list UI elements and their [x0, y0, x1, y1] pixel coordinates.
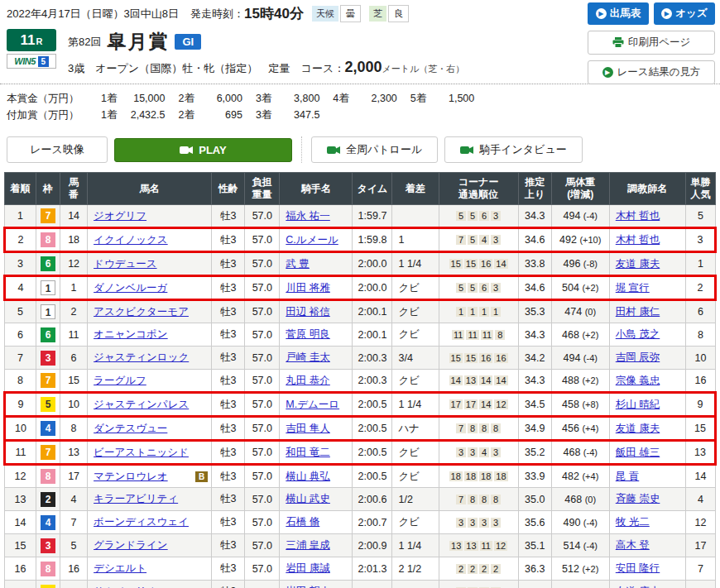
entries-button[interactable]: ▶ 出馬表 [588, 2, 649, 25]
corner-position: 11 [481, 330, 493, 340]
finish-position: 1 [5, 205, 36, 228]
trainer-link[interactable]: 堀 宣行 [616, 282, 650, 294]
trainer-link[interactable]: 斉藤 崇史 [616, 493, 660, 504]
horse-link[interactable]: グランドライン [94, 538, 168, 552]
trainer-link[interactable]: 安田 隆行 [616, 562, 660, 574]
horse-link[interactable]: ビーアストニッシド [94, 446, 189, 460]
corner-position: 8 [491, 495, 501, 504]
horse-link[interactable]: オニャンコポン [94, 327, 168, 342]
horse-link[interactable]: マテンロウレオ [94, 470, 168, 484]
corner-position: 2 [456, 564, 466, 574]
print-button[interactable]: 印刷用ページ [588, 31, 715, 55]
horse-link[interactable]: イクイノックス [94, 233, 168, 247]
corner-position: 8 [479, 495, 489, 504]
trainer-link[interactable]: 牧 光二 [616, 516, 650, 528]
jockey-link[interactable]: 武 豊 [286, 258, 309, 270]
horse-link[interactable]: キラーアビリティ [94, 492, 178, 506]
horse-number: 17 [60, 465, 88, 488]
horse-link[interactable]: ジオグリフ [94, 209, 146, 223]
horse-link[interactable]: ジャスティンパレス [94, 398, 189, 412]
sex-age: 牡3 [212, 300, 245, 323]
finish-time: 2:01.3 [353, 557, 392, 581]
corner-position: 12 [494, 541, 507, 551]
margin: 3/4 [392, 347, 439, 370]
trainer-cell: 堀 宣行 [609, 276, 685, 300]
trainer-link[interactable]: 木村 哲也 [616, 234, 660, 246]
body-weight: 490 (-4) [551, 511, 609, 534]
jockey-link[interactable]: 田辺 裕信 [286, 306, 329, 318]
jockey-link[interactable]: 福永 祐一 [286, 210, 329, 222]
play-button[interactable]: PLAY [114, 138, 292, 162]
trainer-link[interactable]: 昆 貢 [616, 471, 639, 482]
horse-link[interactable]: ドウデュース [94, 257, 156, 271]
odds-button[interactable]: ▶ オッズ [654, 2, 715, 25]
win-favorite: 6 [685, 300, 715, 323]
corner-positions: 7888 [439, 488, 518, 511]
horse-link[interactable]: ダノンベルーガ [94, 281, 167, 295]
jockey-link[interactable]: 吉田 隼人 [286, 423, 329, 434]
frame-badge: 6 [41, 327, 55, 342]
table-row: 736ジャスティンロック牡357.0戸崎 圭太2:00.33/415151616… [5, 347, 716, 370]
body-weight: 488 (+2) [551, 370, 609, 393]
body-weight-diff: (-4) [583, 518, 598, 528]
jockey-link[interactable]: C.ルメール [286, 234, 338, 246]
table-row: 11713ビーアストニッシド牡357.0和田 竜二2:00.5クビ334335.… [5, 441, 716, 465]
finish-position: 3 [5, 252, 36, 276]
jockey-link[interactable]: 和田 竜二 [286, 447, 329, 458]
jockey-link[interactable]: 三浦 皇成 [286, 539, 329, 551]
horse-link[interactable]: ダンテスヴュー [94, 422, 167, 436]
trainer-link[interactable]: 飯田 雄三 [616, 447, 660, 458]
print-button-label: 印刷用ページ [628, 36, 691, 50]
frame-cell: 7 [36, 441, 60, 465]
frame-badge: 8 [41, 469, 55, 484]
horse-link[interactable]: サトノヘリオス [94, 585, 168, 588]
jockey-link[interactable]: 川田 将雅 [286, 282, 329, 294]
column-header: 負担 重量 [245, 173, 280, 205]
trainer-link[interactable]: 木村 哲也 [616, 210, 660, 222]
corner-positions: 2222 [439, 557, 518, 581]
trainer-cell: 木村 哲也 [609, 205, 685, 228]
patrol-video-button[interactable]: 全周パトロール [311, 136, 438, 163]
divider [301, 136, 302, 163]
trainer-link[interactable]: 友道 康夫 [616, 423, 660, 434]
horse-link[interactable]: ジャスティンロック [94, 351, 189, 365]
jockey-link[interactable]: 菅原 明良 [286, 328, 329, 340]
horse-link[interactable]: アスクビクターモア [94, 305, 189, 319]
trainer-link[interactable]: 小島 茂之 [616, 328, 660, 340]
corner-position: 7 [456, 235, 466, 245]
corner-position: 18 [479, 471, 492, 481]
jockey-link[interactable]: 岩田 康誠 [286, 562, 329, 574]
jockey-link[interactable]: M.デムーロ [286, 399, 339, 410]
jockey-link[interactable]: 横山 典弘 [286, 471, 329, 482]
jockey-link[interactable]: 横山 武史 [286, 493, 329, 504]
horse-link[interactable]: デシエルト [94, 562, 146, 576]
trainer-link[interactable]: 杉山 晴紀 [616, 399, 660, 410]
results-guide-label: レース結果の見方 [617, 65, 701, 79]
trainer-link[interactable]: 高木 登 [616, 539, 650, 551]
trainer-link[interactable]: 宗像 義忠 [616, 375, 660, 386]
finish-time: 2:01.7 [353, 581, 392, 588]
body-weight: 512 (+2) [551, 557, 609, 581]
trainer-link[interactable]: 田村 康仁 [616, 306, 660, 318]
jockey-cell: 岩田 望来 [280, 581, 353, 588]
jockey-link[interactable]: 石橋 脩 [286, 516, 319, 528]
jockey-link[interactable]: 戸崎 圭太 [286, 351, 329, 363]
horse-name-cell: グランドライン [88, 534, 212, 557]
win-favorite: 14 [685, 465, 715, 488]
sex-age: 牡3 [212, 581, 245, 588]
jockey-link[interactable]: 丸田 恭介 [286, 375, 329, 386]
horse-link[interactable]: ラーグルフ [94, 374, 146, 388]
trainer-link[interactable]: 友道 康夫 [616, 258, 660, 270]
horse-name-cell: ラーグルフ [88, 370, 212, 393]
corner-position: 11 [480, 541, 492, 551]
jockey-cell: M.デムーロ [280, 393, 353, 417]
carried-weight: 57.0 [245, 465, 280, 488]
sex-age: 牡3 [212, 393, 245, 417]
corner-position: 6 [479, 211, 489, 221]
trainer-link[interactable]: 吉岡 辰弥 [616, 351, 660, 363]
corner-positions: 5563 [439, 205, 518, 228]
horse-link[interactable]: ボーンディスウェイ [94, 515, 189, 529]
jockey-interview-button[interactable]: 騎手インタビュー [444, 136, 583, 163]
results-guide-button[interactable]: ▶ レース結果の見方 [588, 60, 715, 84]
horse-number: 9 [60, 581, 88, 588]
